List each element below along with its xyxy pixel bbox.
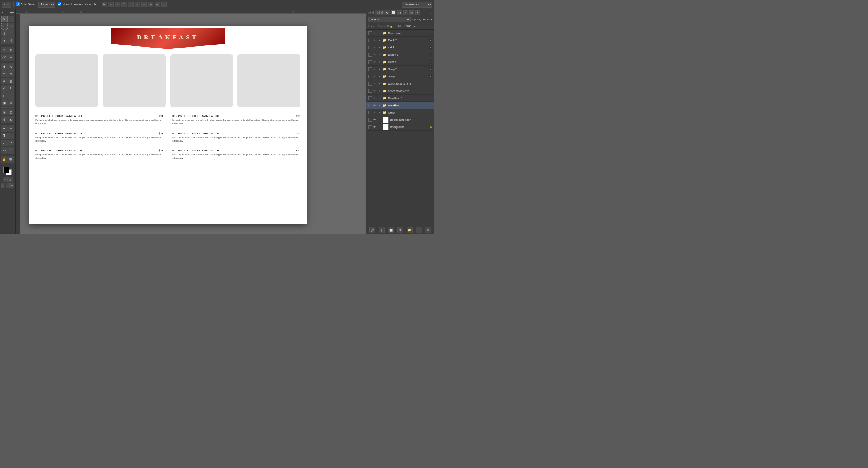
layer-expand-appetizer[interactable]: ▶ (378, 90, 381, 92)
layer-item-soup[interactable]: 👁 ▶ 📁 Soup ▸ (367, 73, 434, 80)
layer-checkbox-drink-2[interactable] (368, 38, 372, 42)
layer-item-soup-2[interactable]: 👁 ▶ 📁 Soup 2 ▸ (367, 66, 434, 73)
layer-checkbox-background[interactable] (368, 125, 372, 129)
new-layer-btn[interactable]: + (416, 227, 422, 233)
filter-type-select[interactable]: Kind (375, 10, 390, 15)
pen-tool[interactable]: ✒ (1, 125, 7, 132)
layer-visibility-back-cover[interactable]: 👁 (373, 32, 377, 35)
align-top-btn[interactable]: ⊤ (121, 2, 127, 7)
clone-stamp[interactable]: ⊛ (1, 78, 7, 84)
distribute-top-btn[interactable]: ⊡ (161, 2, 167, 7)
align-center-v-btn[interactable]: ⊥ (128, 2, 133, 7)
bg-eraser[interactable]: ◫ (8, 92, 14, 99)
layer-expand-breakfast-2[interactable]: ▶ (378, 97, 381, 99)
history-brush[interactable]: ↺ (1, 85, 7, 92)
layer-expand-cover[interactable]: ▶ (378, 111, 381, 114)
move-tool-btn[interactable]: ↖ ▾ (2, 1, 11, 7)
filter-adjust-btn[interactable]: ◑ (397, 10, 402, 15)
align-left-btn[interactable]: ⊢ (101, 2, 107, 7)
layer-expand-appetizer-2[interactable]: ▶ (378, 82, 381, 85)
spot-heal-tool[interactable]: ✚ (1, 63, 7, 70)
lock-artboard-icon[interactable]: ⊞ (387, 25, 389, 28)
layer-checkbox-appetizer[interactable] (368, 89, 372, 93)
fg-bg-swatches[interactable] (3, 167, 12, 175)
layer-item-breakfast-2[interactable]: 👁 ▶ 📁 Breakfast 2 (367, 95, 434, 102)
lock-pixels-icon[interactable]: ✏ (381, 25, 383, 28)
layer-visibility-breakfast-2[interactable]: 👁 (373, 97, 377, 100)
layer-visibility-desert[interactable]: 👁 (373, 61, 377, 64)
layer-expand-drink[interactable]: ▶ (378, 46, 381, 49)
auto-select-checkbox[interactable] (16, 2, 20, 6)
layer-visibility-desert-2[interactable]: 👁 (373, 53, 377, 56)
layer-expand-drink-2[interactable]: ▶ (378, 39, 381, 41)
new-group-btn[interactable]: 📁 (407, 227, 412, 233)
layer-checkbox-desert[interactable] (368, 60, 372, 64)
lock-all-icon[interactable]: 🔒 (390, 25, 393, 28)
link-layers-btn[interactable]: 🔗 (369, 227, 375, 233)
layer-visibility-background[interactable]: 👁 (373, 126, 377, 129)
layer-item-desert-2[interactable]: 👁 ▶ 📁 Desert 2 ▸ (367, 51, 434, 59)
gradient-tool[interactable]: ▣ (1, 99, 7, 106)
foreground-swatch[interactable] (3, 167, 9, 173)
layer-checkbox-cover[interactable] (368, 111, 372, 114)
elliptical-tool[interactable]: ⬭ (8, 23, 14, 30)
panel-close-icon[interactable]: ✕ (1, 11, 4, 14)
filter-smart-btn[interactable]: ✦ (415, 10, 420, 15)
layer-visibility-drink[interactable]: 👁 (373, 46, 377, 49)
layer-expand-back-cover[interactable]: ▶ (378, 32, 381, 34)
blend-mode-select[interactable]: Normal (368, 17, 411, 22)
layer-expand-breakfast[interactable]: ▶ (378, 104, 381, 107)
layer-checkbox-desert-2[interactable] (368, 53, 372, 57)
sharpen-tool[interactable]: ◎ (8, 109, 14, 115)
layer-item-drink[interactable]: 👁 ▶ 📁 Drink ▸ (367, 44, 434, 51)
layer-visibility-breakfast[interactable]: 👁 (373, 104, 377, 107)
marquee-tool[interactable]: ▭ (1, 23, 7, 30)
show-transform-checkbox[interactable] (58, 2, 61, 6)
auto-select-type[interactable]: Layer (38, 1, 55, 7)
layer-visibility-appetizer[interactable]: 👁 (373, 90, 377, 93)
paint-bucket[interactable]: ◈ (8, 99, 14, 106)
layer-checkbox-soup-2[interactable] (368, 67, 372, 71)
distribute-center-h-btn[interactable]: ⊗ (148, 2, 153, 7)
layer-item-background[interactable]: 👁 Background 🔒 (367, 124, 434, 131)
layer-item-bg-copy[interactable]: 👁 Background copy (367, 116, 434, 124)
layer-item-appetizer-2[interactable]: 👁 ▶ 📁 appetizer&starter 2 (367, 80, 434, 87)
ellipse-shape[interactable]: ⬭ (8, 147, 14, 154)
layer-visibility-drink-2[interactable]: 👁 (373, 39, 377, 42)
layer-visibility-cover[interactable]: 👁 (373, 111, 377, 114)
layer-checkbox-breakfast[interactable] (368, 104, 372, 107)
layer-expand-soup-2[interactable]: ▶ (378, 68, 381, 70)
delete-layer-btn[interactable]: 🗑 (425, 227, 431, 233)
shape-tool[interactable]: ▭ (1, 147, 7, 154)
filter-shape-btn[interactable]: ▭ (409, 10, 414, 15)
layer-checkbox-drink[interactable] (368, 46, 372, 49)
filter-pixel-btn[interactable]: ⬜ (391, 10, 396, 15)
layer-checkbox-bg-copy[interactable] (368, 118, 372, 122)
layer-expand-desert[interactable]: ▶ (378, 61, 381, 63)
standard-mode-btn[interactable]: □ (3, 177, 7, 182)
pencil-tool[interactable]: ✎ (8, 70, 14, 77)
arrange-btn[interactable]: ⊠ (10, 183, 14, 188)
direct-selection[interactable]: ↗ (8, 140, 14, 146)
path-selection[interactable]: ◁ (1, 140, 7, 146)
blur-tool[interactable]: ◉ (1, 109, 7, 115)
workspace-select[interactable]: Essentials (402, 1, 432, 7)
zoom-tool[interactable]: 🔍 (8, 156, 14, 163)
layer-item-appetizer[interactable]: 👁 ▶ 📁 appetizer&starter (367, 87, 434, 95)
screen-mode-btn[interactable]: ⊟ (1, 183, 5, 188)
fill-arrow-icon[interactable]: ▾ (414, 25, 415, 28)
magic-wand-tool[interactable]: ⚡ (8, 37, 14, 44)
align-bottom-btn[interactable]: ⊟ (135, 2, 140, 7)
align-center-h-btn[interactable]: ⊞ (108, 2, 114, 7)
vertical-type[interactable]: ᵀ (8, 133, 14, 139)
layer-item-breakfast[interactable]: 👁 ▶ 📁 Breakfast (367, 102, 434, 109)
patch-tool[interactable]: ⊛ (8, 63, 14, 70)
brush-tool[interactable]: ✏ (1, 70, 7, 77)
layer-visibility-soup[interactable]: 👁 (373, 75, 377, 78)
lasso-tool[interactable]: ⌇ (1, 30, 7, 37)
filter-toggle-icon[interactable]: ○ (431, 11, 432, 14)
layer-expand-soup[interactable]: ▶ (378, 75, 381, 78)
art-history[interactable]: ↻ (8, 85, 14, 92)
polygonal-lasso[interactable]: ⌃ (8, 30, 14, 37)
color-sampler[interactable]: ⊕ (8, 54, 14, 61)
